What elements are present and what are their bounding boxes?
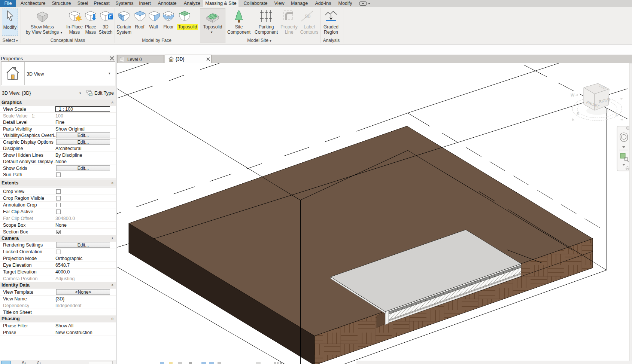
svg-text:50: 50 <box>305 13 310 19</box>
svg-text:F: F <box>109 15 111 19</box>
svg-text:W: W <box>571 93 575 97</box>
svg-text:E: E <box>616 113 618 117</box>
svg-text:S: S <box>577 111 579 116</box>
